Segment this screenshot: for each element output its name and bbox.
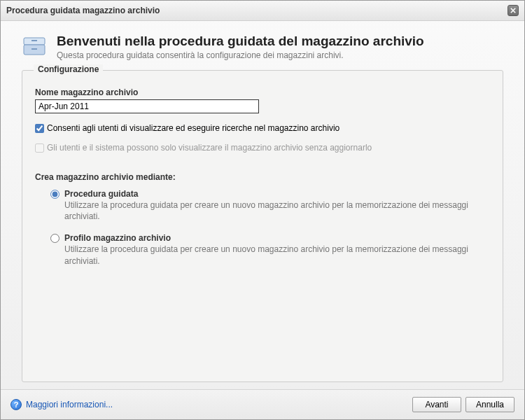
close-button[interactable]: [507, 5, 519, 16]
readonly-checkbox: [35, 144, 44, 153]
radio-profile-label: Profilo magazzino archivio: [64, 233, 490, 243]
radio-wizard-desc: Utilizzare la procedura guidata per crea…: [64, 200, 490, 222]
fieldset-legend: Configurazione: [34, 64, 103, 74]
radio-profile[interactable]: [50, 234, 59, 243]
allow-search-row[interactable]: Consenti agli utenti di visualizzare ed …: [35, 123, 490, 133]
window-title: Procedura guidata magazzino archivio: [6, 6, 160, 15]
store-name-label: Nome magazzino archivio: [35, 88, 490, 97]
content-area: Configurazione Nome magazzino archivio C…: [1, 66, 524, 389]
allow-search-checkbox[interactable]: [35, 124, 44, 133]
store-name-input[interactable]: [35, 99, 259, 113]
close-icon: [510, 8, 516, 13]
radio-wizard[interactable]: [50, 190, 59, 199]
radio-wizard-label: Procedura guidata: [64, 189, 490, 199]
radio-option-profile[interactable]: Profilo magazzino archivio Utilizzare la…: [64, 233, 490, 266]
titlebar: Procedura guidata magazzino archivio: [1, 1, 524, 21]
svg-rect-2: [31, 48, 37, 50]
page-subheading: Questa procedura guidata consentirà la c…: [57, 50, 424, 60]
header: Benvenuti nella procedura guidata del ma…: [1, 21, 524, 66]
allow-search-label: Consenti agli utenti di visualizzare ed …: [47, 123, 340, 133]
radio-profile-desc: Utilizzare la procedura guidata per crea…: [64, 244, 490, 266]
archive-store-icon: [22, 34, 47, 59]
create-using-radio-group: Procedura guidata Utilizzare la procedur…: [35, 189, 490, 267]
wizard-dialog: Procedura guidata magazzino archivio Ben…: [0, 0, 525, 420]
readonly-label: Gli utenti e il sistema possono solo vis…: [47, 143, 372, 153]
cancel-button[interactable]: Annulla: [465, 397, 514, 412]
configuration-fieldset: Configurazione Nome magazzino archivio C…: [22, 70, 503, 382]
footer: ? Maggiori informazioni... Avanti Annull…: [1, 389, 524, 419]
page-heading: Benvenuti nella procedura guidata del ma…: [57, 34, 424, 49]
readonly-row: Gli utenti e il sistema possono solo vis…: [35, 143, 490, 153]
create-using-label: Crea magazzino archivio mediante:: [35, 172, 490, 182]
help-icon[interactable]: ?: [10, 399, 22, 410]
radio-option-wizard[interactable]: Procedura guidata Utilizzare la procedur…: [64, 189, 490, 222]
header-text: Benvenuti nella procedura guidata del ma…: [57, 34, 424, 60]
next-button[interactable]: Avanti: [412, 397, 461, 412]
svg-rect-3: [31, 40, 37, 41]
help-link[interactable]: Maggiori informazioni...: [26, 400, 113, 410]
